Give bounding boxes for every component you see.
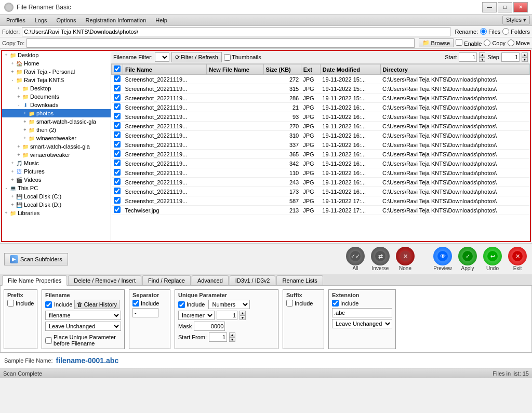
expander-winaero2[interactable]: + [16,152,22,157]
row-checkbox-cell[interactable] [112,206,123,215]
step-up-button[interactable]: ▲ [522,52,528,57]
inverse-button[interactable]: ⇄ Inverse [370,246,391,272]
folder-input[interactable] [22,27,450,36]
separator-input[interactable] [132,308,158,317]
expander-desktop2[interactable]: + [16,86,22,91]
tree-item-desktop[interactable]: + 📁 Desktop [2,51,111,59]
filename-include-checkbox[interactable] [45,301,52,308]
expander-personal[interactable]: + [9,69,16,74]
tree-item-personal[interactable]: + 📁 Ravi Teja - Personal [2,68,111,76]
scan-subfolders-button[interactable]: ▶ Scan Subfolders [4,253,68,265]
tree-item-documents[interactable]: + 📁 Documents [2,92,111,101]
place-unique-checkbox[interactable] [45,337,52,344]
table-row[interactable]: Screenshot_20221119... 21 JPG 19-11-2022… [112,103,530,112]
table-row[interactable]: Screenshot_20221119... 286 JPG 19-11-202… [112,94,530,103]
step-down-button[interactable]: ▼ [522,57,528,62]
select-all-checkbox[interactable] [114,65,121,72]
expander-diskd[interactable]: + [9,202,16,207]
tab-file-name-properties[interactable]: File Name Properties [2,275,67,286]
table-row[interactable]: Screenshot_20221119... 365 JPG 19-11-202… [112,150,530,159]
menu-logs[interactable]: Logs [31,16,51,24]
folders-radio-label[interactable]: Folders [502,28,530,35]
expander-desktop[interactable]: + [3,52,9,58]
filter-dropdown[interactable] [155,52,169,62]
row-checkbox[interactable] [114,150,121,157]
expander-libraries[interactable]: + [3,210,9,216]
tree-item-knts[interactable]: - 📁 Ravi Teja KNTS [2,76,111,84]
none-button[interactable]: ✕ None [395,246,416,272]
tab-id3[interactable]: ID3v1 / ID3v2 [230,275,276,285]
expander-winaero1[interactable]: + [22,136,28,141]
table-row[interactable]: Screenshot_20221119... 272 JPG 19-11-202… [112,75,530,84]
col-header-check[interactable] [112,64,123,75]
row-checkbox[interactable] [114,131,121,138]
tree-item-thispc[interactable]: - 💻 This PC [2,184,111,192]
start-up-button[interactable]: ▲ [479,52,485,57]
files-radio-label[interactable]: Files [480,28,500,35]
col-header-date[interactable]: Date Modified [320,64,380,75]
tree-item-winaero1[interactable]: + 📁 winaerotweaker [2,134,111,142]
unique-include-checkbox[interactable] [178,301,185,308]
tree-item-videos[interactable]: + 🎬 Videos [2,176,111,184]
row-checkbox-cell[interactable] [112,75,123,84]
increment-down-button[interactable]: ▼ [240,315,246,320]
enable-checkbox-label[interactable]: Enable [456,39,482,47]
row-checkbox-cell[interactable] [112,94,123,103]
tab-rename-lists[interactable]: Rename Lists [276,275,323,285]
row-checkbox[interactable] [114,75,121,82]
tree-item-diskc[interactable]: + 💾 Local Disk (C:) [2,192,111,201]
row-checkbox[interactable] [114,122,121,129]
row-checkbox[interactable] [114,188,121,194]
move-radio-label[interactable]: Move [508,39,530,46]
close-button[interactable]: ✕ [513,2,528,12]
folders-radio[interactable] [502,28,509,35]
copy-input[interactable] [26,38,415,48]
thumbnails-checkbox[interactable] [224,54,231,61]
all-button[interactable]: ✓✓ All [345,246,366,272]
expander-smartwatch2[interactable]: + [16,144,22,149]
row-checkbox[interactable] [114,206,121,213]
mask-input[interactable] [194,322,225,331]
row-checkbox[interactable] [114,169,121,176]
row-checkbox[interactable] [114,159,121,166]
files-radio[interactable] [480,28,487,35]
row-checkbox[interactable] [114,178,121,185]
enable-checkbox[interactable] [456,39,462,46]
row-checkbox-cell[interactable] [112,196,123,206]
tree-item-desktop2[interactable]: + 📁 Desktop [2,84,111,92]
expander-smartwatch1[interactable]: + [22,119,28,124]
apply-button[interactable]: ✓ Apply [457,246,478,272]
table-row[interactable]: Techwiser.jpg 213 JPG 19-11-2022 17:... … [112,206,530,215]
row-checkbox-cell[interactable] [112,112,123,122]
unique-type-dropdown[interactable]: Numbers Letters Date Time [208,300,250,309]
extension-input[interactable] [332,308,392,317]
separator-include-checkbox[interactable] [132,300,139,307]
expander-downloads[interactable]: - [16,102,22,108]
step-input[interactable] [501,52,520,62]
col-header-ext[interactable]: Ext [301,64,320,75]
col-header-filename[interactable]: File Name [123,64,207,75]
tree-item-music[interactable]: + 🎵 Music [2,159,111,167]
col-header-size[interactable]: Size (KB) [263,64,301,75]
preview-button[interactable]: 👁 Preview [432,246,453,272]
expander-diskc[interactable]: + [9,194,16,199]
tree-item-home[interactable]: + 🏠 Home [2,59,111,68]
undo-button[interactable]: ↩ Undo [482,246,503,272]
row-checkbox-cell[interactable] [112,187,123,196]
table-row[interactable]: Screenshot_20221119... 93 JPG 19-11-2022… [112,112,530,122]
tab-delete-remove[interactable]: Delete / Remove / Insert [68,275,141,285]
table-row[interactable]: Screenshot_20221119... 315 JPG 19-11-202… [112,84,530,94]
row-checkbox-cell[interactable] [112,122,123,131]
row-checkbox[interactable] [114,197,121,204]
table-row[interactable]: Screenshot_20221119... 243 JPG 19-11-202… [112,178,530,187]
maximize-button[interactable]: □ [498,2,512,12]
extension-include-checkbox[interactable] [332,300,339,307]
browse-button[interactable]: 📁 Browse [419,38,454,47]
copy-radio[interactable] [484,39,490,46]
expander-then[interactable]: + [22,127,28,132]
col-header-newname[interactable]: New File Name [207,64,263,75]
increment-dropdown[interactable]: Increment [178,311,215,320]
expander-documents[interactable]: + [16,94,22,99]
tree-item-libraries[interactable]: + 📁 Libraries [2,209,111,217]
prefix-include-checkbox[interactable] [7,300,14,307]
